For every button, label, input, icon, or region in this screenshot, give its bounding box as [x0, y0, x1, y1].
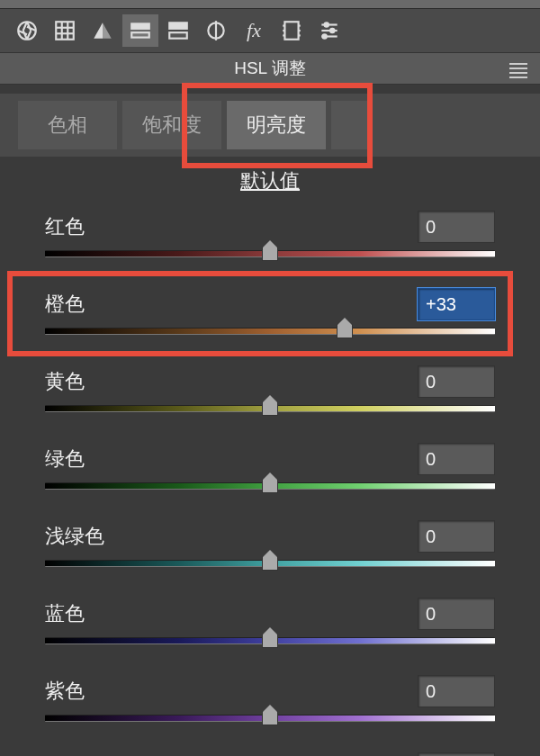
svg-rect-7	[131, 32, 149, 37]
slider-row-7: 洋红0	[45, 752, 495, 756]
defaults-label[interactable]: 默认值	[0, 167, 540, 194]
slider-track[interactable]	[45, 482, 495, 499]
slider-value-input[interactable]: 0	[418, 752, 495, 756]
panel-icon-toolbar: fx	[0, 9, 540, 52]
sliders-container: 红色0橙色+33黄色0绿色0浅绿色0蓝色0紫色0洋红0	[0, 211, 540, 756]
svg-point-20	[325, 22, 328, 26]
panel-menu-icon[interactable]	[509, 60, 527, 81]
tab-empty[interactable]	[331, 101, 372, 149]
slider-value-input[interactable]: 0	[418, 520, 495, 553]
slider-label: 黄色	[45, 368, 85, 395]
slider-thumb[interactable]	[262, 247, 278, 261]
slider-row-4: 浅绿色0	[45, 520, 495, 576]
slider-track[interactable]	[45, 405, 495, 421]
slider-thumb[interactable]	[262, 401, 278, 416]
slider-value-input[interactable]: +33	[418, 288, 495, 320]
slider-thumb[interactable]	[262, 634, 278, 648]
slider-value-input[interactable]: 0	[418, 211, 495, 243]
tab-luminance[interactable]: 明亮度	[227, 101, 326, 149]
slider-value-input[interactable]: 0	[418, 443, 495, 475]
split-icon[interactable]	[160, 14, 196, 47]
panel-header: HSL 调整	[0, 52, 540, 85]
svg-rect-1	[56, 22, 74, 40]
svg-rect-6	[131, 23, 149, 28]
sliders-icon[interactable]	[311, 14, 347, 47]
svg-point-22	[330, 29, 334, 32]
slider-label: 浅绿色	[45, 523, 104, 550]
fx-icon[interactable]: fx	[236, 14, 272, 47]
slider-track[interactable]	[45, 328, 495, 344]
slider-label: 紫色	[45, 678, 85, 705]
slider-label: 绿色	[45, 446, 85, 472]
tone-icon[interactable]	[122, 14, 158, 47]
slider-row-0: 红色0	[45, 211, 495, 266]
slider-row-1: 橙色+33	[45, 288, 495, 344]
slider-row-5: 蓝色0	[45, 598, 495, 653]
panel-title: HSL 调整	[234, 57, 306, 80]
slider-label: 蓝色	[45, 600, 85, 627]
slider-track[interactable]	[45, 560, 495, 576]
lens-icon[interactable]	[198, 14, 234, 47]
slider-value-input[interactable]: 0	[418, 598, 495, 630]
svg-rect-8	[169, 22, 187, 28]
svg-rect-12	[284, 22, 298, 40]
slider-thumb[interactable]	[262, 556, 278, 571]
slider-track[interactable]	[45, 715, 495, 731]
grid-icon[interactable]	[47, 14, 83, 47]
slider-thumb[interactable]	[262, 479, 278, 493]
slider-label: 橙色	[45, 291, 85, 318]
slider-thumb[interactable]	[262, 711, 278, 725]
slider-value-input[interactable]: 0	[418, 675, 495, 707]
slider-row-6: 紫色0	[45, 675, 495, 731]
slider-thumb[interactable]	[337, 324, 353, 338]
svg-point-0	[18, 22, 36, 40]
tab-saturation[interactable]: 饱和度	[122, 101, 221, 149]
film-icon[interactable]	[274, 14, 310, 47]
tab-hue[interactable]: 色相	[18, 101, 117, 149]
slider-row-3: 绿色0	[45, 443, 495, 499]
svg-point-24	[322, 34, 326, 38]
slider-track[interactable]	[45, 637, 495, 653]
slider-label: 红色	[45, 213, 85, 240]
tab-row: 色相 饱和度 明亮度	[0, 94, 540, 157]
triangle-icon[interactable]	[85, 14, 121, 47]
window-top-bar	[0, 0, 540, 9]
svg-rect-9	[169, 32, 187, 38]
slider-track[interactable]	[45, 250, 495, 266]
slider-row-2: 黄色0	[45, 365, 495, 421]
aperture-icon[interactable]	[9, 14, 45, 47]
slider-value-input[interactable]: 0	[418, 365, 495, 398]
